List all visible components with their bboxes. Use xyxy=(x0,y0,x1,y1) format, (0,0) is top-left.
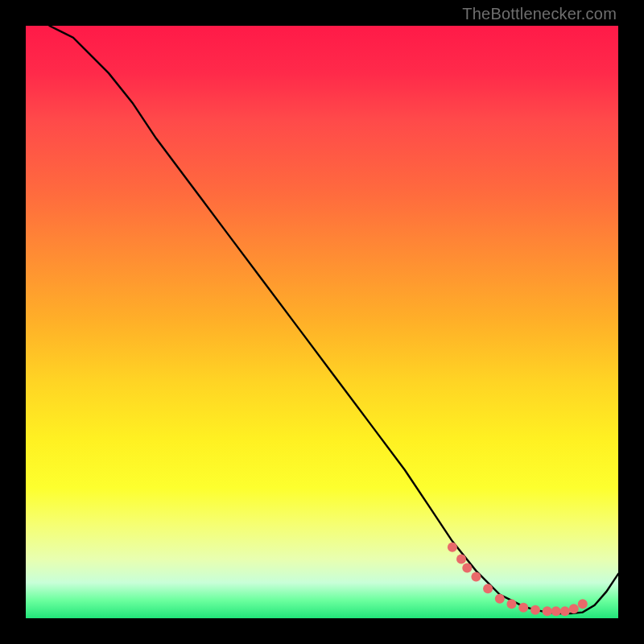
attribution-text: TheBottlenecker.com xyxy=(462,5,617,23)
curve-marker xyxy=(518,603,528,613)
curve-markers xyxy=(448,543,588,617)
curve-marker xyxy=(569,604,579,613)
curve-marker xyxy=(507,599,517,609)
curve-marker xyxy=(456,554,466,564)
chart-frame xyxy=(26,26,618,618)
curve-marker xyxy=(560,606,570,616)
curve-marker xyxy=(483,584,493,593)
curve-marker xyxy=(551,606,561,616)
curve-marker xyxy=(530,605,540,615)
curve-marker xyxy=(448,543,457,552)
chart-svg xyxy=(26,26,618,618)
curve-marker xyxy=(578,599,588,609)
bottleneck-curve xyxy=(49,26,618,613)
curve-marker xyxy=(543,606,552,616)
curve-marker xyxy=(462,563,472,572)
curve-marker xyxy=(495,594,505,604)
curve-marker xyxy=(471,572,481,582)
